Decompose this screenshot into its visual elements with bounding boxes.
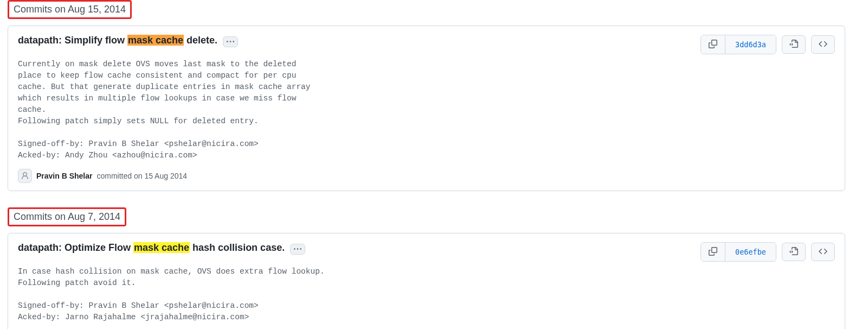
commit-date-header: Commits on Aug 15, 2014 (8, 0, 132, 19)
avatar[interactable] (18, 169, 32, 183)
file-code-icon (789, 247, 798, 257)
commit-description: Currently on mask delete OVS moves last … (18, 59, 835, 161)
copy-sha-button[interactable] (701, 35, 725, 54)
commit-sha-link[interactable]: 3dd6d3a (725, 35, 776, 54)
commit-description: In case hash collision on mask cache, OV… (18, 266, 835, 323)
copy-icon (709, 247, 717, 257)
commit-list-item: datapath: Optimize Flow mask cache hash … (8, 233, 845, 329)
commit-sha-link[interactable]: 0e6efbe (725, 243, 776, 261)
search-highlight: mask cache (133, 242, 190, 253)
copy-sha-button[interactable] (701, 243, 725, 261)
author-link[interactable]: Pravin B Shelar (36, 172, 93, 180)
expand-description-button[interactable] (290, 244, 305, 255)
commit-title-link[interactable]: datapath: Simplify flow mask cache delet… (18, 35, 217, 46)
commit-date-header: Commits on Aug 7, 2014 (8, 207, 126, 226)
code-icon (819, 247, 827, 257)
commit-actions: 3dd6d3a (700, 35, 835, 54)
committed-date: committed on 15 Aug 2014 (97, 172, 188, 180)
commit-title-link[interactable]: datapath: Optimize Flow mask cache hash … (18, 242, 285, 254)
view-tree-button[interactable] (782, 35, 806, 54)
browse-code-button[interactable] (811, 243, 835, 261)
copy-icon (709, 40, 717, 50)
code-icon (819, 40, 827, 50)
commit-list-item: datapath: Simplify flow mask cache delet… (8, 26, 845, 191)
view-tree-button[interactable] (782, 243, 806, 261)
commit-actions: 0e6efbe (700, 242, 835, 262)
browse-code-button[interactable] (811, 35, 835, 54)
commit-meta: Pravin B Shelarcommitted on 15 Aug 2014 (18, 169, 835, 183)
search-highlight: mask cache (127, 35, 184, 46)
file-code-icon (789, 40, 798, 50)
expand-description-button[interactable] (223, 36, 238, 47)
